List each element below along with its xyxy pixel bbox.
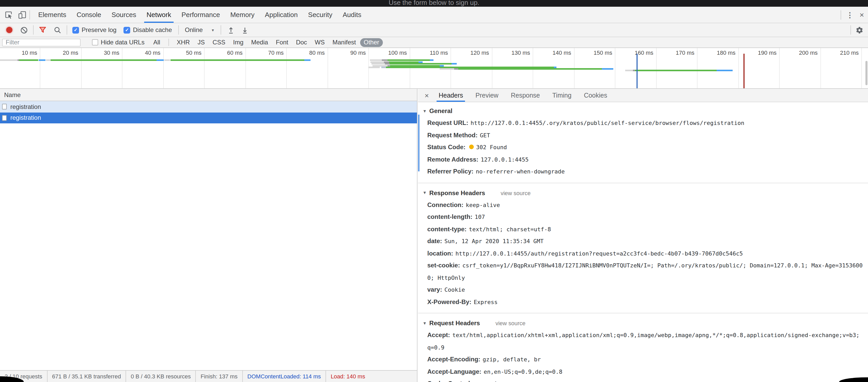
time-label: 190 ms: [758, 49, 777, 56]
details-tabs: HeadersPreviewResponseTimingCookies: [432, 89, 613, 102]
filter-pill-other[interactable]: Other: [360, 38, 383, 47]
tab-network[interactable]: Network: [141, 7, 176, 23]
disable-cache-toggle[interactable]: ✓ Disable cache: [124, 26, 172, 34]
filter-pill-media[interactable]: Media: [247, 38, 272, 47]
time-label: 210 ms: [840, 49, 859, 56]
filter-pill-doc[interactable]: Doc: [292, 38, 311, 47]
waterfall-bar-segment: [430, 59, 433, 61]
device-toolbar-icon[interactable]: [18, 10, 26, 19]
grid-line: [779, 48, 780, 88]
disable-cache-checkbox[interactable]: ✓: [124, 27, 130, 33]
overview-scrollbar-thumb[interactable]: [865, 61, 867, 85]
time-label: 70 ms: [268, 49, 284, 56]
load-line: [743, 54, 744, 88]
filter-pill-ws[interactable]: WS: [311, 38, 328, 47]
headers-section: ▼Request Headersview sourceAccept: text/…: [418, 313, 868, 382]
waterfall-bar-segment: [635, 69, 717, 71]
tab-elements[interactable]: Elements: [33, 7, 71, 23]
time-label: 140 ms: [553, 49, 571, 56]
filter-pill-img[interactable]: Img: [229, 38, 247, 47]
table-row[interactable]: registration: [0, 101, 417, 112]
import-har-icon[interactable]: [227, 26, 235, 34]
filter-pill-font[interactable]: Font: [272, 38, 292, 47]
page-banner-text: Use the form below to sign up.: [389, 0, 479, 6]
filter-input[interactable]: [2, 38, 81, 46]
tab-performance[interactable]: Performance: [177, 7, 225, 23]
header-value: Express: [474, 299, 498, 305]
settings-gear-icon[interactable]: [856, 26, 863, 34]
header-name: X-Powered-By:: [427, 298, 471, 305]
details-tab-response[interactable]: Response: [504, 89, 546, 102]
network-filter-bar: Hide data URLs AllXHRJSCSSImgMediaFontDo…: [0, 37, 868, 48]
search-icon[interactable]: [54, 26, 61, 34]
waterfall-bar-segment: [164, 59, 170, 61]
section-title[interactable]: ▼General: [418, 105, 868, 117]
preserve-log-checkbox[interactable]: ✓: [72, 27, 79, 33]
network-overview[interactable]: 10 ms20 ms30 ms40 ms50 ms60 ms70 ms80 ms…: [0, 48, 868, 89]
scroll-indicator[interactable]: [418, 114, 419, 171]
name-column-header[interactable]: Name: [0, 89, 417, 101]
waterfall-bar-segment: [0, 59, 17, 61]
filter-pill-all[interactable]: All: [150, 38, 164, 47]
document-icon: [2, 104, 7, 110]
header-value: GET: [480, 132, 490, 139]
headers-section: ▼Response Headersview sourceConnection: …: [418, 182, 868, 313]
filter-pill-xhr[interactable]: XHR: [173, 38, 193, 47]
waterfall-bar-segment: [440, 68, 454, 69]
tab-memory[interactable]: Memory: [225, 7, 259, 23]
header-name: Connection:: [427, 201, 463, 208]
status-item: DOMContentLoaded: 114 ms: [242, 371, 326, 382]
status-bar: 2 / 10 requests671 B / 35.1 KB transferr…: [0, 370, 417, 382]
time-label: 110 ms: [430, 49, 448, 56]
tab-application[interactable]: Application: [259, 7, 303, 23]
time-label: 60 ms: [227, 49, 243, 56]
header-name: Accept-Language:: [427, 368, 481, 375]
tab-sources[interactable]: Sources: [106, 7, 141, 23]
details-tab-timing[interactable]: Timing: [546, 89, 578, 102]
section-title[interactable]: ▼Request Headersview source: [418, 317, 868, 329]
waterfall-bar-segment: [390, 63, 452, 65]
filter-pills: AllXHRJSCSSImgMediaFontDocWSManifestOthe…: [150, 38, 383, 47]
grid-line: [656, 48, 656, 88]
divider: [33, 25, 34, 35]
view-source-link[interactable]: view source: [501, 190, 531, 196]
header-row: content-length: 107: [418, 211, 868, 223]
details-tab-preview[interactable]: Preview: [469, 89, 505, 102]
filter-pill-manifest[interactable]: Manifest: [329, 38, 360, 47]
details-tab-headers[interactable]: Headers: [432, 89, 469, 102]
waterfall-bar-segment: [170, 59, 304, 61]
hide-data-urls-checkbox[interactable]: [92, 39, 98, 45]
close-devtools-icon[interactable]: ×: [856, 10, 868, 19]
status-item: Load: 140 ms: [326, 371, 370, 382]
header-row: Cache-Control: no-cache: [418, 377, 868, 382]
view-source-link[interactable]: view source: [495, 320, 525, 326]
header-row: content-type: text/html; charset=utf-8: [418, 223, 868, 235]
filter-pill-css[interactable]: CSS: [209, 38, 229, 47]
waterfall-bar-segment: [454, 68, 458, 69]
preserve-log-toggle[interactable]: ✓ Preserve log: [72, 26, 117, 34]
waterfall-bar-segment: [602, 68, 613, 69]
tab-security[interactable]: Security: [303, 7, 338, 23]
tab-audits[interactable]: Audits: [338, 7, 367, 23]
waterfall-bar-segment: [157, 59, 164, 61]
header-row: Connection: keep-alive: [418, 199, 868, 211]
close-details-icon[interactable]: ×: [421, 91, 432, 99]
devtools-tabs: ElementsConsoleSourcesNetworkPerformance…: [33, 7, 367, 23]
throttling-select[interactable]: Online ▼: [185, 26, 215, 34]
waterfall-bar-segment: [371, 63, 385, 65]
section-title[interactable]: ▼Response Headersview source: [418, 187, 868, 199]
divider: [221, 25, 221, 35]
table-row[interactable]: registration: [0, 112, 417, 124]
header-name: location:: [427, 250, 453, 257]
details-tab-cookies[interactable]: Cookies: [578, 89, 613, 102]
headers-content: ▼GeneralRequest URL: http://127.0.0.1:44…: [418, 102, 868, 382]
tab-console[interactable]: Console: [71, 7, 106, 23]
inspect-element-icon[interactable]: [5, 10, 13, 19]
clear-icon[interactable]: [20, 26, 28, 34]
record-button[interactable]: [6, 27, 12, 33]
more-options-icon[interactable]: ⋮: [844, 10, 856, 19]
waterfall-bar-segment: [370, 61, 383, 63]
export-har-icon[interactable]: [242, 26, 249, 34]
filter-pill-js[interactable]: JS: [194, 38, 209, 47]
filter-icon[interactable]: [39, 26, 46, 34]
